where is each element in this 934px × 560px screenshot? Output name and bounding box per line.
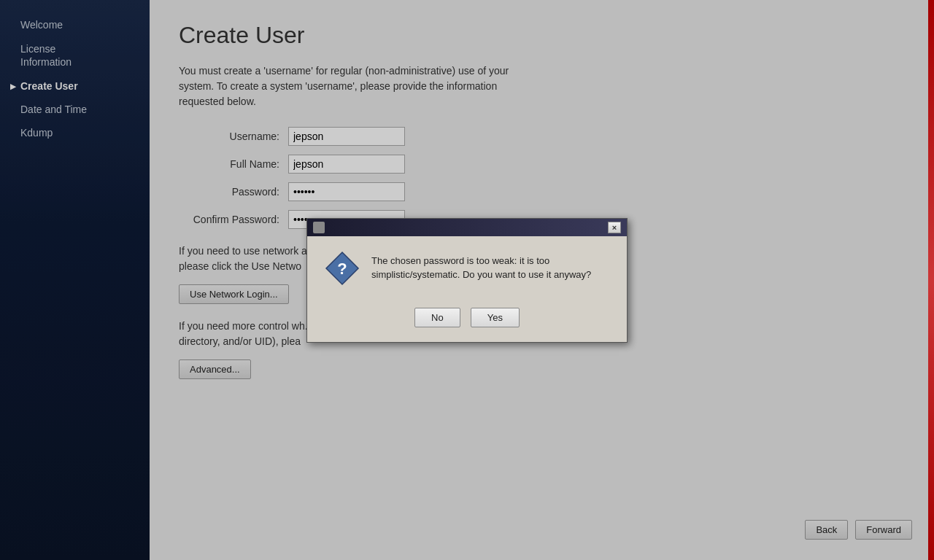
password-warning-dialog: × ? The chosen password is too weak: it … [306,218,628,343]
dialog-close-button[interactable]: × [608,222,621,233]
dialog-button-row: No Yes [307,300,627,342]
dialog-titlebar-left [313,222,325,233]
dialog-title-icon [313,222,325,233]
dialog-overlay: × ? The chosen password is too weak: it … [0,0,934,560]
dialog-message-text: The chosen password is too weak: it is t… [371,251,609,282]
dialog-body: ? The chosen password is too weak: it is… [307,236,627,300]
dialog-no-button[interactable]: No [414,308,460,327]
dialog-warning-icon: ? [325,251,360,286]
dialog-yes-button[interactable]: Yes [471,308,520,327]
svg-text:?: ? [337,260,347,278]
dialog-titlebar: × [307,219,627,236]
